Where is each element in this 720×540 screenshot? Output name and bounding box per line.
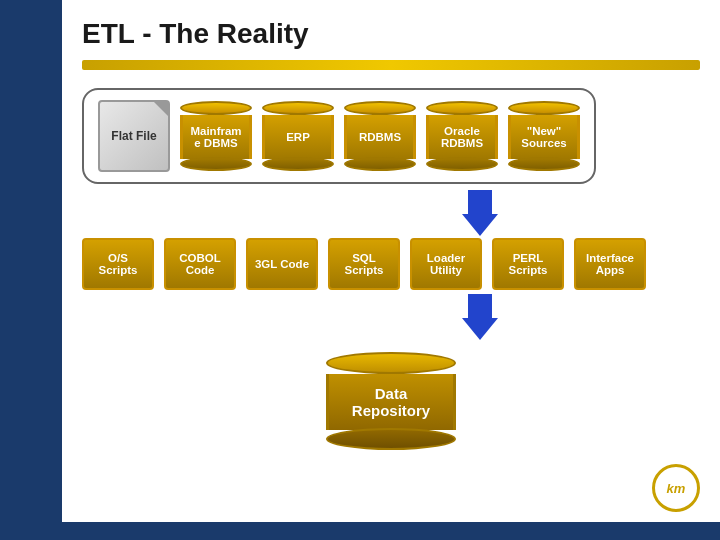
cobol-code-box: COBOL Code xyxy=(164,238,236,290)
os-scripts-box: O/S Scripts xyxy=(82,238,154,290)
main-content: ETL - The Reality Flat File Mainfram e D… xyxy=(62,0,720,522)
cylinder-body: Mainfram e DBMS xyxy=(180,115,252,159)
erp-cylinder: ERP xyxy=(262,101,334,171)
new-sources-cylinder: "New" Sources xyxy=(508,101,580,171)
3gl-code-box: 3GL Code xyxy=(246,238,318,290)
source-group: Flat File Mainfram e DBMS ERP xyxy=(82,88,596,184)
flat-file-box: Flat File xyxy=(98,100,170,172)
perl-scripts-box: PERL Scripts xyxy=(492,238,564,290)
mainframe-dbms-cylinder: Mainfram e DBMS xyxy=(180,101,252,171)
logo: km xyxy=(652,464,700,512)
oracle-rdbms-cylinder: Oracle RDBMS xyxy=(426,101,498,171)
sql-scripts-box: SQL Scripts xyxy=(328,238,400,290)
cylinder-bottom xyxy=(180,157,252,171)
title-bar xyxy=(82,60,700,70)
interface-apps-label: Interface Apps xyxy=(580,252,640,276)
perl-scripts-label: PERL Scripts xyxy=(498,252,558,276)
arrow-down-1 xyxy=(260,190,700,236)
sql-scripts-label: SQL Scripts xyxy=(334,252,394,276)
loader-utility-label: Loader Utility xyxy=(416,252,476,276)
logo-text: km xyxy=(667,481,686,496)
cobol-code-label: COBOL Code xyxy=(170,252,230,276)
os-scripts-label: O/S Scripts xyxy=(88,252,148,276)
data-repository: Data Repository xyxy=(326,352,456,450)
flat-file-label: Flat File xyxy=(111,129,156,143)
bottom-bar xyxy=(62,522,720,540)
slide: ETL - The Reality Flat File Mainfram e D… xyxy=(0,0,720,540)
3gl-code-label: 3GL Code xyxy=(255,258,309,270)
cylinder-top xyxy=(180,101,252,115)
rdbms-cylinder: RDBMS xyxy=(344,101,416,171)
data-repo-label: Data Repository xyxy=(352,385,430,419)
loader-utility-box: Loader Utility xyxy=(410,238,482,290)
left-sidebar xyxy=(0,0,62,540)
interface-apps-box: Interface Apps xyxy=(574,238,646,290)
arrow-down-2 xyxy=(260,294,700,340)
page-title: ETL - The Reality xyxy=(82,18,700,50)
